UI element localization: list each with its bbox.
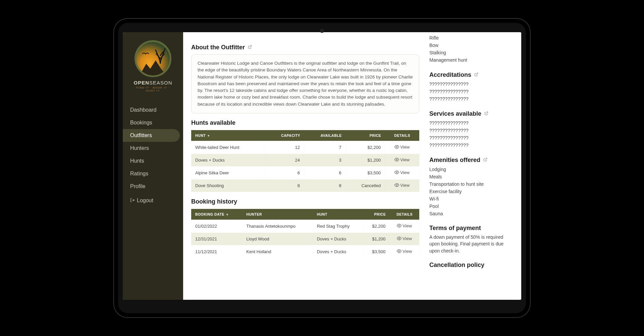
col-booking-date[interactable]: Booking date▼ <box>191 209 242 220</box>
cell-price: $2,200 <box>363 220 390 232</box>
table-row: 11/12/2021 Kent Holland Doves + Ducks $3… <box>191 245 419 258</box>
brand-name: OPENSEASON <box>133 80 173 86</box>
view-button[interactable]: View <box>394 170 410 175</box>
sidebar-item-hunts[interactable]: Hunts <box>123 155 183 167</box>
list-item: ??????????????? <box>429 88 513 95</box>
cell-hunt: Dove Shooting <box>191 179 266 192</box>
col-capacity[interactable]: Capacity <box>266 130 304 141</box>
col-available[interactable]: Available <box>304 130 346 141</box>
external-link-icon[interactable] <box>248 44 252 51</box>
view-button[interactable]: View <box>394 157 410 162</box>
list-item: ??????????????? <box>429 127 513 134</box>
col-price[interactable]: Price <box>363 209 390 220</box>
cell-date: 12/31/2021 <box>191 233 242 245</box>
sort-desc-icon: ▼ <box>226 213 229 216</box>
right-column: Rifle Bow Stalking Management hunt Accre… <box>427 32 521 300</box>
bookings-heading: Booking history <box>191 198 419 205</box>
logo-badge <box>135 40 171 77</box>
sidebar-item-dashboard[interactable]: Dashboard <box>123 104 183 116</box>
sidebar-nav: Dashboard Bookings Outfitters Hunters Hu… <box>123 104 183 207</box>
sidebar-item-hunters[interactable]: Hunters <box>123 142 183 155</box>
view-button[interactable]: View <box>397 249 412 254</box>
amenities-list: Lodging Meals Transportation to hunt sit… <box>429 166 513 217</box>
list-item: ??????????????? <box>429 134 513 142</box>
brand-tagline: FIND IT · BOOK IT · HUNT IT <box>133 86 173 92</box>
list-item: Stalking <box>429 49 513 56</box>
list-item: Exercise facility <box>429 188 513 195</box>
svg-point-0 <box>396 146 397 148</box>
about-heading: About the Outfitter <box>191 44 419 51</box>
external-link-icon[interactable] <box>484 110 488 117</box>
cell-hunter: Kent Holland <box>242 245 313 258</box>
terms-text: A down payment of 50% is required upon b… <box>429 234 513 254</box>
col-details[interactable]: Details <box>390 209 419 220</box>
logout-label: Logout <box>137 198 153 203</box>
eye-icon <box>394 157 399 163</box>
table-row: 01/02/2022 Thanasis Antetokounmpo Red St… <box>191 220 419 232</box>
eye-icon <box>394 170 399 176</box>
sidebar-item-outfitters[interactable]: Outfitters <box>123 129 180 142</box>
svg-point-5 <box>398 238 400 239</box>
cell-hunt: Doves + Ducks <box>313 233 363 245</box>
cell-hunter: Thanasis Antetokounmpo <box>242 220 313 232</box>
cell-hunt: White-tailed Deer Hunt <box>191 141 266 154</box>
app-screen: OPENSEASON FIND IT · BOOK IT · HUNT IT D… <box>123 32 521 300</box>
list-item: Transportation to hunt site <box>429 180 513 188</box>
services-heading: Services available <box>429 110 513 117</box>
cell-price: $3,500 <box>363 245 390 258</box>
bookings-table: Booking date▼ Hunter Hunt Price Details … <box>191 209 419 258</box>
view-button[interactable]: View <box>397 223 412 228</box>
cell-price: Cancelled <box>346 179 385 192</box>
cell-price: $3,500 <box>346 167 385 179</box>
external-link-icon[interactable] <box>474 71 478 78</box>
cell-hunter: Lloyd Wood <box>242 233 313 245</box>
list-item: Wi-fi <box>429 195 513 203</box>
sidebar-item-ratings[interactable]: Ratings <box>123 167 183 180</box>
svg-point-6 <box>398 250 400 252</box>
hunts-heading: Hunts available <box>191 119 419 126</box>
cell-date: 11/12/2021 <box>191 245 242 258</box>
cell-capacity: 12 <box>266 141 304 154</box>
logo-antler-icon <box>154 44 167 64</box>
list-item: Rifle <box>429 34 513 42</box>
sidebar: OPENSEASON FIND IT · BOOK IT · HUNT IT D… <box>123 32 183 300</box>
sidebar-item-logout[interactable]: Logout <box>123 194 183 207</box>
bookings-tbody: 01/02/2022 Thanasis Antetokounmpo Red St… <box>191 220 419 258</box>
cell-hunt: Doves + Ducks <box>191 154 266 166</box>
col-details[interactable]: Details <box>385 130 419 141</box>
cell-details: View <box>385 167 419 179</box>
terms-heading: Terms of payment <box>429 225 513 232</box>
list-item: ??????????????? <box>429 119 513 127</box>
cell-details: View <box>390 220 419 232</box>
col-hunt[interactable]: Hunt▼ <box>191 130 266 141</box>
brand-logo: OPENSEASON FIND IT · BOOK IT · HUNT IT <box>123 37 183 102</box>
table-row: Dove Shooting 8 8 Cancelled View <box>191 179 419 192</box>
view-button[interactable]: View <box>394 183 410 188</box>
view-button[interactable]: View <box>394 145 410 150</box>
cell-details: View <box>385 141 419 154</box>
svg-point-3 <box>396 184 397 186</box>
list-item: Bow <box>429 42 513 49</box>
cell-available: 7 <box>304 141 346 154</box>
external-link-icon[interactable] <box>483 156 487 163</box>
view-button[interactable]: View <box>397 236 412 241</box>
cancellation-heading: Cancellation policy <box>429 262 513 269</box>
svg-point-4 <box>398 225 400 226</box>
col-price[interactable]: Price <box>346 130 385 141</box>
tablet-frame: OPENSEASON FIND IT · BOOK IT · HUNT IT D… <box>114 19 530 317</box>
center-column: About the Outfitter Clearwater Historic … <box>183 32 427 300</box>
sort-desc-icon: ▼ <box>207 134 210 137</box>
sidebar-item-profile[interactable]: Profile <box>123 180 183 193</box>
list-item: Sauna <box>429 210 513 217</box>
col-hunter[interactable]: Hunter <box>242 209 313 220</box>
table-row: 12/31/2021 Lloyd Wood Doves + Ducks $1,2… <box>191 233 419 245</box>
list-item: ??????????????? <box>429 80 513 88</box>
cell-available: 3 <box>304 154 346 166</box>
main-content: About the Outfitter Clearwater Historic … <box>183 32 521 300</box>
table-row: Alpine Sitka Deer 6 6 $3,500 View <box>191 167 419 179</box>
cell-hunt: Red Stag Trophy <box>313 220 363 232</box>
list-item: ??????????????? <box>429 95 513 103</box>
sidebar-item-bookings[interactable]: Bookings <box>123 116 183 129</box>
col-hunt[interactable]: Hunt <box>313 209 363 220</box>
list-item: Lodging <box>429 166 513 173</box>
